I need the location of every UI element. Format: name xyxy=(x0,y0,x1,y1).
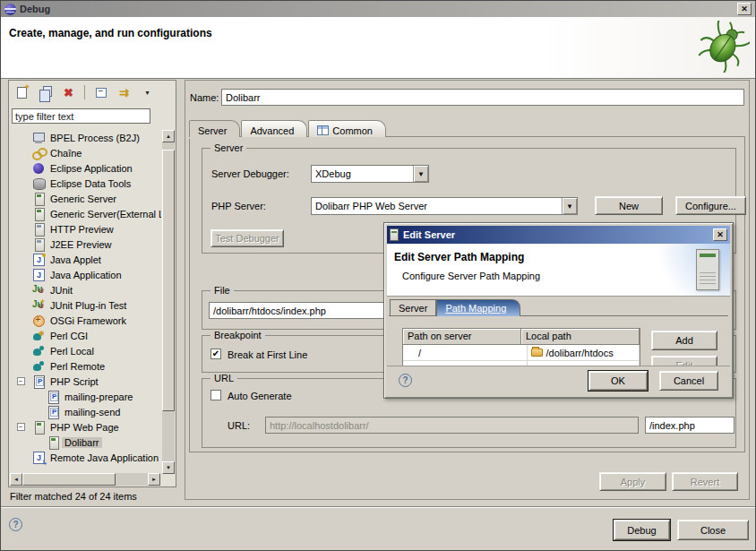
apply-button[interactable]: Apply xyxy=(599,472,666,491)
junit-icon xyxy=(31,284,46,297)
eclipse-logo-icon xyxy=(4,4,16,15)
url-path-input[interactable] xyxy=(645,417,735,434)
tab-server[interactable]: Server xyxy=(189,120,240,137)
edit-server-titlebar: Edit Server ✕ xyxy=(387,226,730,244)
path-mapping-table[interactable]: Path on server Local path / /dolibarr/ht… xyxy=(402,328,640,370)
php-file-icon xyxy=(46,406,60,418)
php-file-icon xyxy=(46,391,60,403)
window-close-button[interactable]: ✕ xyxy=(737,3,752,15)
tree-item-bpel-process[interactable]: BPEL Process (B2J) xyxy=(10,130,161,145)
new-server-button[interactable]: New xyxy=(595,196,663,215)
dialog-help-icon[interactable]: ? xyxy=(399,374,412,387)
tree-vertical-scrollbar[interactable]: ▲ ▼ xyxy=(162,130,175,474)
ok-button[interactable]: OK xyxy=(588,371,648,391)
tree-horizontal-scrollbar[interactable]: ◄ ► xyxy=(10,473,160,486)
tree-item-eclipse-application[interactable]: Eclipse Application xyxy=(10,160,161,176)
close-button[interactable]: Close xyxy=(677,520,749,540)
delete-icon: ✖ xyxy=(64,86,73,99)
cancel-button[interactable]: Cancel xyxy=(659,371,718,391)
tree-item-dolibarr[interactable]: Dolibarr xyxy=(10,435,161,450)
table-icon xyxy=(317,125,329,135)
scroll-right-icon[interactable]: ► xyxy=(148,473,160,486)
tree-item-generic-server-external[interactable]: Generic Server(External La xyxy=(10,206,161,221)
test-debugger-button[interactable]: Test Debugger xyxy=(210,229,284,247)
tree-item-remote-java-application[interactable]: Remote Java Application xyxy=(10,450,161,465)
tree-item-java-application[interactable]: Java Application xyxy=(10,267,161,282)
tree-item-junit[interactable]: JUnit xyxy=(10,282,161,297)
server-icon xyxy=(31,208,46,220)
scroll-up-icon[interactable]: ▲ xyxy=(162,130,175,142)
perl-icon xyxy=(31,345,46,357)
name-input[interactable] xyxy=(221,89,744,106)
tree-item-php-script[interactable]: −PHP Script xyxy=(10,374,161,389)
revert-button[interactable]: Revert xyxy=(672,472,738,491)
osgi-icon xyxy=(31,314,46,327)
filter-icon: ⇉ xyxy=(119,86,129,99)
server-debugger-select[interactable]: XDebug ▼ xyxy=(311,165,429,183)
footer-separator xyxy=(1,506,755,508)
duplicate-configuration-button[interactable] xyxy=(38,85,53,99)
tree-item-java-applet[interactable]: Java Applet xyxy=(10,252,161,267)
edit-server-tabs: Server Path Mapping xyxy=(390,299,520,316)
tree-item-mailing-send[interactable]: mailing-send xyxy=(10,404,161,419)
collapse-expander-icon[interactable]: − xyxy=(17,377,25,385)
help-icon[interactable]: ? xyxy=(9,518,22,531)
file-group-title: File xyxy=(210,285,234,296)
horizontal-scroll-thumb[interactable] xyxy=(22,473,116,486)
tree-item-generic-server[interactable]: Generic Server xyxy=(10,191,161,206)
server-debugger-label: Server Debugger: xyxy=(211,168,289,179)
filter-button[interactable]: ⇉ xyxy=(116,85,132,99)
tree-item-osgi-framework[interactable]: OSGi Framework xyxy=(10,313,161,328)
tree-item-junit-plugin-test[interactable]: ✦JUnit Plug-in Test xyxy=(10,297,161,313)
java-applet-icon xyxy=(31,254,46,266)
tab-advanced[interactable]: Advanced xyxy=(241,120,307,137)
server-icon xyxy=(31,238,46,251)
break-first-line-checkbox[interactable] xyxy=(210,349,221,359)
break-first-line-label: Break at First Line xyxy=(228,349,307,360)
scroll-down-icon[interactable]: ▼ xyxy=(162,461,175,474)
filter-input[interactable] xyxy=(12,108,150,124)
bug-icon xyxy=(698,21,750,73)
eclipse-sphere-icon xyxy=(31,162,46,175)
tree-item-http-preview[interactable]: HTTP Preview xyxy=(10,221,161,237)
dialog-heading: Edit Server Path Mapping xyxy=(394,251,524,263)
tree-item-perl-remote[interactable]: Perl Remote xyxy=(10,358,161,374)
table-row[interactable]: / /dolibarr/htdocs xyxy=(403,345,640,361)
database-icon xyxy=(31,177,46,190)
debug-button[interactable]: Debug xyxy=(614,520,670,540)
base-url-input[interactable] xyxy=(265,417,639,434)
collapse-expander-icon[interactable]: − xyxy=(17,423,25,431)
java-icon xyxy=(31,269,46,281)
tree-item-perl-cgi[interactable]: Perl CGI xyxy=(10,328,161,343)
dialog-tab-server[interactable]: Server xyxy=(390,299,436,316)
php-server-select[interactable]: Dolibarr PHP Web Server ▼ xyxy=(311,197,578,215)
debug-configurations-window: Debug ✕ Create, manage, and run configur… xyxy=(0,0,756,551)
tree-item-j2ee-preview[interactable]: J2EE Preview xyxy=(10,237,161,252)
configure-server-button[interactable]: Configure... xyxy=(675,196,746,215)
url-group-title: URL xyxy=(210,373,237,383)
new-config-icon xyxy=(17,87,27,99)
tree-item-php-web-page[interactable]: −PHP Web Page xyxy=(10,419,161,435)
scroll-left-icon[interactable]: ◄ xyxy=(10,473,22,486)
filter-menu-button[interactable]: ▾ xyxy=(140,85,155,99)
new-configuration-button[interactable] xyxy=(14,85,30,99)
local-path-cell: /dolibarr/htdocs xyxy=(528,345,640,360)
chevron-down-icon: ▼ xyxy=(413,166,428,182)
dialog-close-button[interactable]: ✕ xyxy=(713,228,727,241)
auto-generate-checkbox[interactable] xyxy=(210,390,221,400)
add-mapping-button[interactable]: Add xyxy=(651,331,717,350)
duplicate-icon xyxy=(43,86,52,97)
tree-item-perl-local[interactable]: Perl Local xyxy=(10,343,161,358)
delete-configuration-button[interactable]: ✖ xyxy=(61,85,76,99)
dialog-tab-path-mapping[interactable]: Path Mapping xyxy=(436,299,520,316)
tree-item-chaine[interactable]: Chaîne xyxy=(10,145,161,160)
vertical-scroll-thumb[interactable] xyxy=(162,150,175,411)
server-icon xyxy=(390,228,399,241)
page-title: Create, manage, and run configurations xyxy=(1,17,755,39)
collapse-all-button[interactable] xyxy=(93,85,108,99)
column-local-path: Local path xyxy=(521,329,640,345)
edit-server-dialog: Edit Server ✕ Edit Server Path Mapping C… xyxy=(383,222,734,399)
tree-item-eclipse-data-tools[interactable]: Eclipse Data Tools xyxy=(10,176,161,191)
tree-item-mailing-prepare[interactable]: mailing-prepare xyxy=(10,389,161,404)
tab-common[interactable]: Common xyxy=(308,120,386,137)
